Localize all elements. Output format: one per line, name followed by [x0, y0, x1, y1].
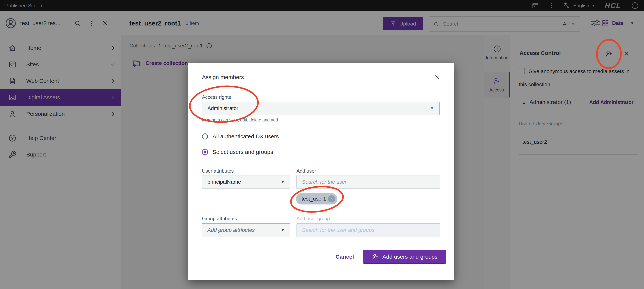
add-user-label: Add user — [296, 168, 316, 174]
radio-all-authenticated[interactable]: All authenticated DX users — [202, 133, 279, 140]
user-attributes-dropdown[interactable]: principalName ▼ — [202, 175, 290, 189]
add-user-group-input[interactable] — [296, 223, 440, 237]
submit-label: Add users and groups — [382, 254, 438, 260]
cancel-button[interactable]: Cancel — [336, 254, 354, 260]
access-rights-dropdown[interactable]: Administrator ▼ — [202, 102, 440, 115]
radio-label: Select users and groups — [212, 149, 273, 155]
selected-user-chip[interactable]: test_user1 — [296, 193, 338, 205]
access-rights-helper: Members can view, edit, delete and add — [202, 117, 278, 123]
radio-select-users[interactable]: Select users and groups — [202, 149, 273, 155]
radio-label: All authenticated DX users — [212, 133, 279, 140]
group-attributes-label: Group attributes — [202, 216, 237, 222]
close-icon[interactable] — [434, 74, 440, 80]
chevron-down-icon: ▼ — [281, 180, 284, 184]
chip-label: test_user1 — [302, 196, 326, 202]
group-attributes-placeholder: Add group attributes — [208, 227, 255, 233]
group-attributes-dropdown[interactable]: Add group attributes ▼ — [202, 223, 290, 237]
modal-title: Assign members — [202, 74, 244, 80]
user-attributes-label: User attributes — [202, 168, 234, 174]
assign-members-modal: Assign members Access rights Administrat… — [188, 63, 454, 280]
user-attributes-value: principalName — [208, 179, 241, 185]
access-rights-value: Administrator — [208, 105, 238, 111]
radio-selected-icon — [202, 149, 208, 155]
chevron-down-icon: ▼ — [281, 228, 284, 232]
add-user-group-label: Add user group — [296, 216, 330, 222]
chevron-down-icon: ▼ — [430, 106, 434, 110]
chip-remove-icon[interactable] — [328, 195, 335, 202]
add-users-and-groups-button[interactable]: Add users and groups — [363, 250, 446, 264]
radio-icon — [202, 133, 208, 139]
add-user-input[interactable] — [296, 175, 440, 189]
access-rights-label: Access rights — [202, 94, 231, 100]
